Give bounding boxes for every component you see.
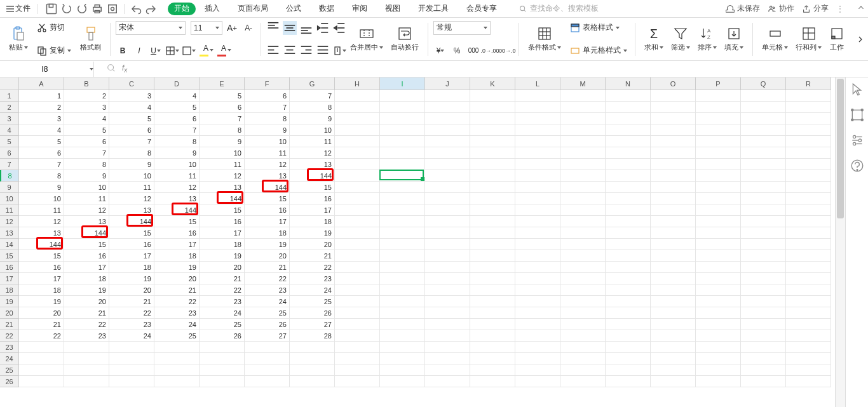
cell-C15[interactable]: 17: [109, 250, 154, 262]
cell-A13[interactable]: 13: [19, 227, 64, 239]
cell-O3[interactable]: [651, 113, 696, 124]
cell-G23[interactable]: [290, 342, 335, 353]
cell-L3[interactable]: [515, 113, 560, 124]
cell-O15[interactable]: [651, 250, 696, 262]
font-color-icon[interactable]: A: [216, 44, 231, 58]
cell-D17[interactable]: 20: [154, 273, 200, 284]
cell-M11[interactable]: [560, 204, 606, 216]
cell-O5[interactable]: [651, 136, 696, 147]
cell-H21[interactable]: [335, 319, 380, 330]
cell-A3[interactable]: 3: [19, 113, 64, 124]
cell-P6[interactable]: [696, 147, 741, 159]
cell-K3[interactable]: [470, 113, 515, 124]
scroll-thumb[interactable]: [837, 79, 844, 218]
cell-H20[interactable]: [335, 307, 380, 319]
cell-L22[interactable]: [515, 330, 560, 342]
cell-E26[interactable]: [200, 376, 245, 387]
tab-公式[interactable]: 公式: [277, 0, 310, 18]
row-header-7[interactable]: 7: [0, 159, 19, 170]
cell-A4[interactable]: 4: [19, 124, 64, 136]
cell-H23[interactable]: [335, 342, 380, 353]
cell-K24[interactable]: [470, 353, 515, 364]
cell-H19[interactable]: [335, 296, 380, 307]
cell-G19[interactable]: 25: [290, 296, 335, 307]
currency-icon[interactable]: ¥: [433, 44, 447, 58]
cell-I17[interactable]: [380, 273, 425, 284]
cell-P10[interactable]: [696, 193, 741, 204]
tab-开发工具[interactable]: 开发工具: [409, 0, 458, 18]
cell-A14[interactable]: 144: [19, 239, 64, 250]
cell-C11[interactable]: 13: [109, 204, 154, 216]
cell-C14[interactable]: 16: [109, 239, 154, 250]
row-header-1[interactable]: 1: [0, 90, 19, 102]
cell-A22[interactable]: 22: [19, 330, 64, 342]
cell-R14[interactable]: [786, 239, 831, 250]
cell-N11[interactable]: [606, 204, 651, 216]
cell-G20[interactable]: 26: [290, 307, 335, 319]
cell-K1[interactable]: [470, 90, 515, 102]
select-all-cell[interactable]: [0, 77, 19, 90]
align-bottom-icon[interactable]: [299, 21, 313, 35]
cell-H18[interactable]: [335, 284, 380, 296]
cell-C22[interactable]: 24: [109, 330, 154, 342]
cell-E2[interactable]: 6: [200, 102, 245, 113]
cell-O10[interactable]: [651, 193, 696, 204]
cell-E19[interactable]: 23: [200, 296, 245, 307]
cell-N14[interactable]: [606, 239, 651, 250]
cell-K18[interactable]: [470, 284, 515, 296]
cell-B22[interactable]: 23: [64, 330, 109, 342]
cell-Q17[interactable]: [741, 273, 786, 284]
cell-P8[interactable]: [696, 170, 741, 182]
col-header-A[interactable]: A: [19, 77, 64, 90]
cell-C3[interactable]: 5: [109, 113, 154, 124]
cell-D4[interactable]: 7: [154, 124, 200, 136]
cell-E9[interactable]: 13: [200, 182, 245, 193]
cell-R26[interactable]: [786, 376, 831, 387]
cell-E8[interactable]: 12: [200, 170, 245, 182]
cell-I6[interactable]: [380, 147, 425, 159]
row-header-3[interactable]: 3: [0, 113, 19, 124]
row-header-26[interactable]: 26: [0, 376, 19, 387]
cell-R18[interactable]: [786, 284, 831, 296]
cell-A26[interactable]: [19, 376, 64, 387]
font-size-select[interactable]: 11: [191, 21, 222, 35]
cell-A6[interactable]: 6: [19, 147, 64, 159]
tab-会员专享[interactable]: 会员专享: [458, 0, 506, 18]
cell-R4[interactable]: [786, 124, 831, 136]
cell-G5[interactable]: 11: [290, 136, 335, 147]
cell-M25[interactable]: [560, 364, 606, 376]
cell-A17[interactable]: 17: [19, 273, 64, 284]
cell-P9[interactable]: [696, 182, 741, 193]
print-icon[interactable]: [91, 3, 104, 15]
cell-L21[interactable]: [515, 319, 560, 330]
cancel-formula-icon[interactable]: [107, 63, 116, 74]
cell-P13[interactable]: [696, 227, 741, 239]
cell-M1[interactable]: [560, 90, 606, 102]
cell-J9[interactable]: [425, 182, 470, 193]
cell-N12[interactable]: [606, 216, 651, 227]
cell-G11[interactable]: 17: [290, 204, 335, 216]
cell-I3[interactable]: [380, 113, 425, 124]
cell-R15[interactable]: [786, 250, 831, 262]
cell-O22[interactable]: [651, 330, 696, 342]
cell-A12[interactable]: 12: [19, 216, 64, 227]
cell-L5[interactable]: [515, 136, 560, 147]
cell-R9[interactable]: [786, 182, 831, 193]
cell-B7[interactable]: 8: [64, 159, 109, 170]
row-header-12[interactable]: 12: [0, 216, 19, 227]
cell-J26[interactable]: [425, 376, 470, 387]
cell-P17[interactable]: [696, 273, 741, 284]
row-header-23[interactable]: 23: [0, 342, 19, 353]
cell-O26[interactable]: [651, 376, 696, 387]
cell-I23[interactable]: [380, 342, 425, 353]
col-header-P[interactable]: P: [696, 77, 741, 90]
cell-G4[interactable]: 10: [290, 124, 335, 136]
cell-I26[interactable]: [380, 376, 425, 387]
command-search[interactable]: 查找命令、搜索模板: [519, 3, 599, 14]
cell-H17[interactable]: [335, 273, 380, 284]
cell-E7[interactable]: 11: [200, 159, 245, 170]
cell-N2[interactable]: [606, 102, 651, 113]
cell-J22[interactable]: [425, 330, 470, 342]
row-header-10[interactable]: 10: [0, 193, 19, 204]
cell-Q25[interactable]: [741, 364, 786, 376]
